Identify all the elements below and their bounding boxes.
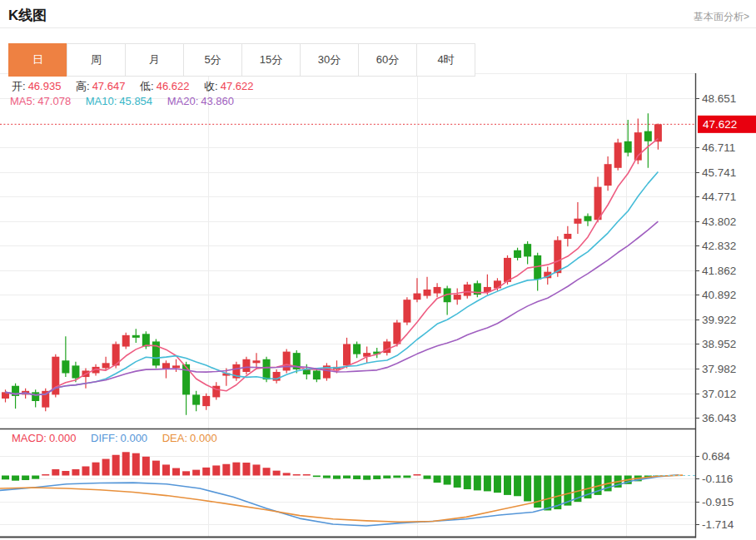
ma10-label: MA10:	[86, 95, 117, 107]
y-axis-label: 36.043	[702, 412, 736, 424]
y-axis-label: 37.982	[702, 363, 736, 375]
ohlc-legend: 开:46.935 高:47.647 低:46.622 收:47.622	[12, 79, 256, 94]
diff-label: DIFF:	[91, 432, 118, 444]
macd-axis-label: -1.714	[702, 518, 734, 531]
tab-15分[interactable]: 15分	[241, 43, 301, 77]
ma-legend: MA5:47.078 MA10:45.854 MA20:43.860	[10, 95, 236, 107]
macd-axis-label: -0.915	[702, 496, 734, 508]
tab-日[interactable]: 日	[8, 43, 67, 77]
y-axis-label: 38.952	[702, 338, 736, 350]
tab-30分[interactable]: 30分	[300, 43, 359, 77]
tab-60分[interactable]: 60分	[358, 43, 417, 77]
macd-pane[interactable]	[0, 452, 696, 526]
macd-legend: MACD:0.000 DIFF:0.000 DEA:0.000	[12, 432, 220, 444]
tab-周[interactable]: 周	[67, 43, 126, 77]
tab-月[interactable]: 月	[125, 43, 184, 77]
tab-4时[interactable]: 4时	[416, 43, 475, 77]
y-axis-label: 43.802	[702, 216, 736, 228]
diff-value: 0.000	[121, 432, 148, 444]
dea-value: 0.000	[190, 432, 217, 444]
ma20-value: 43.860	[201, 95, 234, 107]
low-label: 低:	[140, 80, 154, 92]
ma5-label: MA5:	[10, 95, 35, 107]
y-axis-label: 44.771	[702, 191, 736, 203]
y-axis-label: 39.922	[702, 314, 736, 326]
dea-label: DEA:	[162, 432, 187, 444]
y-axis-label: 37.012	[702, 388, 736, 400]
macd-label: MACD:	[12, 432, 47, 444]
ma5-value: 47.078	[37, 95, 71, 107]
high-value: 47.647	[92, 80, 126, 92]
y-axis-label: 48.651	[702, 92, 736, 105]
macd-axis-label: 0.684	[702, 450, 730, 463]
y-axis-label: 40.892	[702, 289, 736, 301]
tab-5分[interactable]: 5分	[183, 43, 242, 77]
period-tabs: 日周月5分15分30分60分4时	[8, 43, 475, 77]
y-axis-label: 45.741	[702, 166, 736, 179]
candlestick-pane[interactable]	[0, 113, 696, 414]
close-value: 47.622	[221, 80, 254, 92]
y-axis-label: 42.832	[702, 240, 736, 252]
y-axis-label: 46.711	[702, 141, 735, 154]
ma10-value: 45.854	[119, 95, 152, 107]
macd-value: 0.000	[49, 432, 77, 444]
ma10-line	[6, 171, 659, 394]
open-value: 46.935	[28, 80, 62, 92]
price-marker-value: 47.622	[703, 118, 737, 131]
high-label: 高:	[76, 80, 90, 92]
y-axis-label: 41.862	[702, 265, 736, 277]
macd-axis-label: -0.116	[702, 473, 733, 485]
open-label: 开:	[12, 80, 26, 92]
close-label: 收:	[204, 80, 218, 92]
ma20-label: MA20:	[167, 95, 199, 107]
low-value: 46.622	[157, 80, 190, 92]
